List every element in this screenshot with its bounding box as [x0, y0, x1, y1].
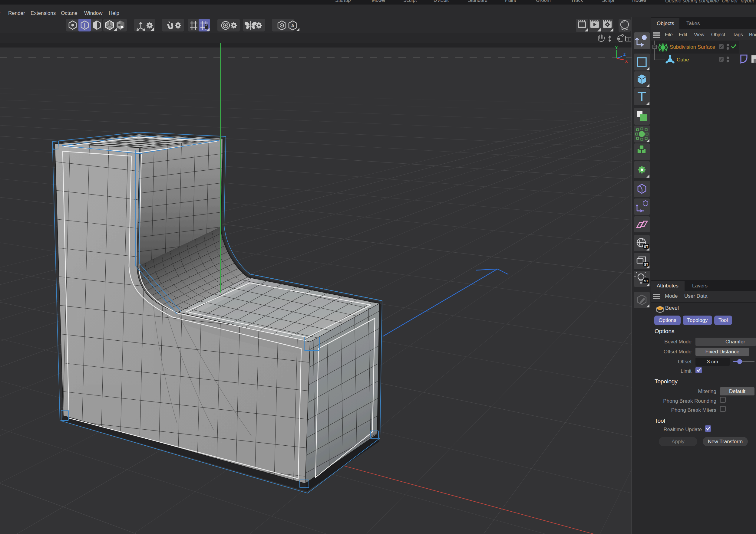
svg-text:A: A — [291, 23, 295, 28]
svg-text:X: X — [625, 59, 628, 64]
svg-text:Z: Z — [623, 52, 626, 57]
svg-text:ST: ST — [644, 263, 648, 266]
svg-text:ST: ST — [644, 279, 648, 283]
svg-text:Y: Y — [615, 46, 618, 50]
svg-text:ST: ST — [644, 245, 648, 248]
